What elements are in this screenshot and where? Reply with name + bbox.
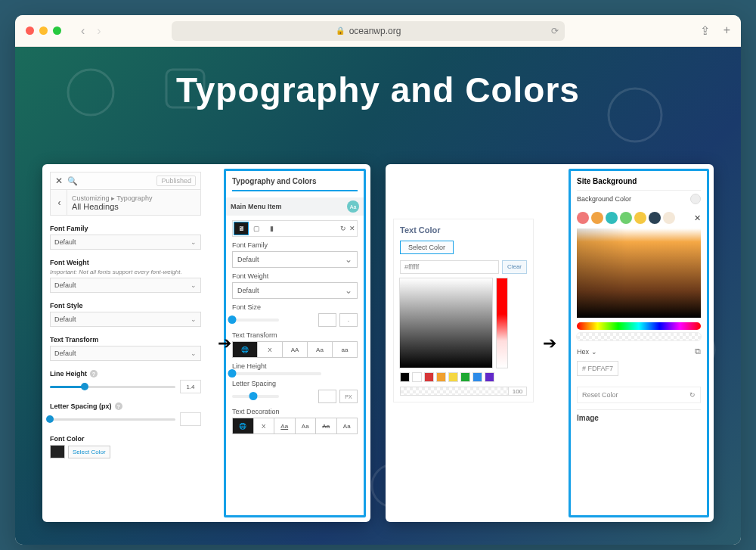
hex-value-input[interactable]: # FDFAF7	[577, 361, 618, 376]
section-label: Main Menu Item	[231, 203, 282, 210]
close-icon[interactable]: ✕	[694, 213, 701, 223]
gradient-area[interactable]	[400, 278, 492, 368]
bg-color-swatch[interactable]	[690, 194, 701, 204]
reload-icon[interactable]: ⟳	[551, 26, 559, 36]
letter-spacing-unit[interactable]: PX	[339, 390, 358, 403]
td-underline[interactable]: Aa	[274, 418, 296, 433]
font-size-unit[interactable]: -	[339, 313, 358, 327]
text-transform-select[interactable]: Default	[50, 346, 201, 361]
preset-swatch[interactable]	[577, 212, 589, 224]
text-color-title: Text Color	[400, 225, 527, 235]
line-height-value[interactable]: 1.4	[180, 380, 201, 393]
arrow-icon: ➔	[218, 334, 231, 353]
browser-window: ‹ › 🔒 oceanwp.org ⟳ ⇪ + Typography and C…	[15, 15, 741, 545]
swatch[interactable]	[436, 372, 446, 382]
customizer-toolbar: ✕ 🔍 Published	[50, 172, 201, 190]
preset-swatch[interactable]	[591, 212, 603, 224]
letter-spacing-value[interactable]	[318, 390, 336, 403]
lock-icon: 🔒	[336, 26, 345, 35]
back-icon[interactable]: ‹	[52, 190, 67, 215]
reset-icon: ↻	[689, 391, 696, 399]
letter-spacing-value[interactable]	[180, 412, 201, 426]
opacity-slider[interactable]: 100	[400, 387, 527, 396]
letter-spacing-slider[interactable]	[50, 418, 175, 421]
panel-title: Site Background	[577, 176, 701, 190]
swatch[interactable]	[400, 372, 410, 382]
line-height-slider[interactable]	[232, 372, 321, 375]
color-gradient-area[interactable]	[577, 228, 701, 318]
hue-slider[interactable]	[497, 278, 507, 368]
device-mobile-icon[interactable]: ▮	[265, 222, 278, 235]
font-weight-label: Font Weight	[232, 272, 358, 280]
font-color-swatch[interactable]	[50, 445, 65, 458]
maximize-window-icon[interactable]	[53, 26, 61, 35]
breadcrumb: ‹ Customizing ▸ Typography All Headings	[50, 190, 201, 216]
tt-globe-icon[interactable]: 🌐	[233, 342, 258, 357]
font-weight-select[interactable]: Default	[232, 282, 358, 299]
new-tab-icon[interactable]: +	[723, 23, 730, 38]
preset-swatch[interactable]	[620, 212, 632, 224]
breadcrumb-path: Customizing ▸ Typography	[72, 194, 152, 202]
text-decoration-label: Text Decoration	[232, 408, 358, 415]
forward-button[interactable]: ›	[97, 24, 101, 38]
close-window-icon[interactable]	[26, 26, 34, 35]
preset-swatch[interactable]	[606, 212, 618, 224]
swatch[interactable]	[472, 372, 482, 382]
image-section-label[interactable]: Image	[577, 409, 701, 426]
font-family-select[interactable]: Default	[50, 235, 201, 250]
td-globe-icon[interactable]: 🌐	[233, 418, 254, 433]
hex-label[interactable]: Hex ⌄	[577, 348, 597, 356]
tt-upper[interactable]: AA	[283, 342, 308, 357]
minimize-window-icon[interactable]	[39, 26, 48, 35]
preset-swatch[interactable]	[634, 212, 646, 224]
preset-swatch[interactable]	[649, 212, 661, 224]
td-through[interactable]: Aa	[316, 418, 337, 433]
share-icon[interactable]: ⇪	[700, 23, 710, 38]
alpha-slider[interactable]	[577, 333, 701, 340]
card-colors: Text Color Select Color Clear	[386, 164, 714, 522]
letter-spacing-label: Letter Spacing (px)?	[50, 402, 201, 410]
reset-color-button[interactable]: Reset Color ↻	[577, 387, 701, 403]
preset-swatch[interactable]	[663, 212, 675, 224]
close-icon[interactable]: ✕	[349, 225, 355, 232]
line-height-label: Line Height?	[50, 370, 201, 378]
td-none[interactable]: X	[254, 418, 275, 433]
arrow-icon: ➔	[543, 334, 556, 353]
url-text: oceanwp.org	[349, 26, 401, 36]
letter-spacing-slider[interactable]	[232, 395, 279, 398]
copy-icon[interactable]: ⧉	[695, 346, 701, 356]
swatch[interactable]	[412, 372, 422, 382]
swatch[interactable]	[485, 372, 494, 382]
panel-title: Typography and Colors	[232, 176, 358, 191]
search-icon[interactable]: 🔍	[67, 176, 78, 186]
font-family-select[interactable]: Default	[232, 251, 358, 268]
td-overline[interactable]: Aa	[296, 418, 317, 433]
tt-cap[interactable]: Aa	[308, 342, 333, 357]
device-tablet-icon[interactable]: ▢	[249, 222, 263, 235]
device-desktop-icon[interactable]: 🖥	[234, 222, 248, 235]
td-wavy[interactable]: Aa	[337, 418, 358, 433]
hue-slider[interactable]	[577, 322, 701, 330]
bg-color-label: Background Color	[577, 195, 631, 203]
card-typography: ✕ 🔍 Published ‹ Customizing ▸ Typography…	[42, 164, 370, 522]
swatch[interactable]	[448, 372, 458, 382]
back-button[interactable]: ‹	[81, 24, 85, 38]
clear-button[interactable]: Clear	[502, 260, 527, 274]
swatch[interactable]	[424, 372, 434, 382]
close-icon[interactable]: ✕	[55, 176, 63, 186]
tt-none[interactable]: X	[258, 342, 283, 357]
browser-toolbar: ‹ › 🔒 oceanwp.org ⟳ ⇪ +	[15, 15, 741, 47]
font-style-select[interactable]: Default	[50, 312, 201, 327]
font-size-slider[interactable]	[232, 319, 279, 322]
tt-lower[interactable]: aa	[333, 342, 357, 357]
font-size-value[interactable]	[318, 313, 336, 327]
reset-icon[interactable]: ↻	[340, 225, 346, 232]
select-color-button[interactable]: Select Color	[68, 446, 110, 458]
line-height-slider[interactable]	[50, 386, 175, 388]
select-color-button[interactable]: Select Color	[400, 241, 454, 254]
address-bar[interactable]: 🔒 oceanwp.org ⟳	[172, 21, 565, 41]
swatch[interactable]	[460, 372, 470, 382]
opacity-value: 100	[508, 387, 526, 395]
hex-input[interactable]	[400, 260, 499, 274]
font-weight-select[interactable]: Default	[50, 278, 201, 293]
